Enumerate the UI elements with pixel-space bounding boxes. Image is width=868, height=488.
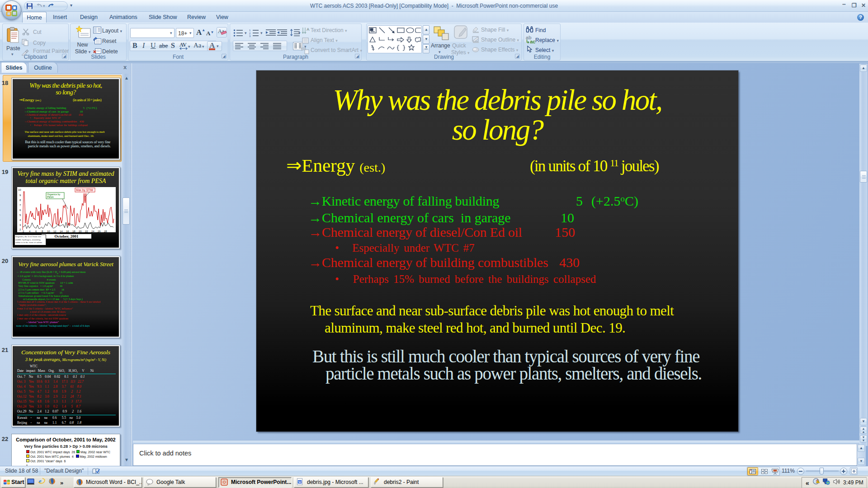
svg-text:4: 4: [29, 230, 31, 233]
svg-text:10: 10: [18, 188, 21, 191]
svg-text:Max by STIM: Max by STIM: [76, 188, 93, 192]
svg-text:3: 3: [249, 35, 251, 37]
svg-text:9: 9: [19, 194, 21, 197]
svg-text:20: 20: [79, 230, 82, 233]
svg-text:A: A: [307, 27, 310, 32]
svg-text:8: 8: [42, 230, 43, 233]
svg-text:5: 5: [19, 214, 21, 216]
svg-text:2: 2: [19, 228, 21, 231]
svg-text:4: 4: [19, 219, 21, 221]
svg-text:3: 3: [19, 224, 21, 226]
svg-text:12: 12: [53, 230, 57, 233]
svg-text:26: 26: [98, 230, 101, 233]
svg-text:7: 7: [19, 204, 21, 206]
svg-text:10: 10: [47, 230, 50, 233]
svg-text:PESA: PESA: [47, 196, 54, 198]
svg-text:2: 2: [249, 32, 251, 35]
svg-text:6: 6: [35, 230, 37, 233]
svg-text:22: 22: [85, 230, 88, 233]
svg-text:28: 28: [104, 230, 107, 233]
svg-text:14: 14: [60, 230, 63, 233]
svg-text:2: 2: [23, 230, 24, 233]
svg-text:18: 18: [72, 230, 75, 233]
svg-text:6: 6: [19, 209, 21, 211]
svg-text:1: 1: [249, 29, 251, 32]
svg-text:8: 8: [19, 199, 21, 202]
svg-text:W: W: [298, 480, 302, 483]
svg-text:16: 16: [66, 230, 69, 233]
svg-text:!: !: [817, 480, 818, 483]
svg-text:24: 24: [91, 230, 94, 233]
